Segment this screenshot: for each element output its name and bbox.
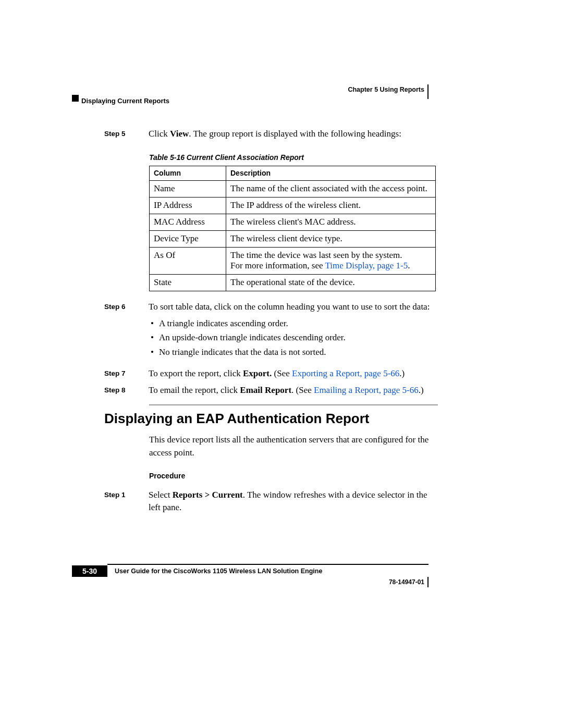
cell-column: IP Address <box>150 197 226 214</box>
table-row: Name The name of the client associated w… <box>150 180 436 197</box>
step-body: Click View. The group report is displaye… <box>149 128 438 141</box>
step-7-row: Step 7 To export the report, click Expor… <box>104 367 438 380</box>
text: The time the device was last seen by the… <box>230 250 431 261</box>
bold-text: Email Report <box>240 385 291 395</box>
cell-description: The name of the client associated with t… <box>226 180 436 197</box>
cell-column: Name <box>150 180 226 197</box>
table-header-description: Description <box>226 166 436 180</box>
header-right-rule <box>427 84 429 99</box>
table-row: IP Address The IP address of the wireles… <box>150 197 436 214</box>
table-row: State The operational state of the devic… <box>150 274 436 291</box>
footer-guide-title: User Guide for the CiscoWorks 1105 Wirel… <box>115 567 322 575</box>
text: To email the report, click <box>149 385 240 395</box>
step-1-row: Step 1 Select Reports > Current. The win… <box>104 489 438 514</box>
step-label: Step 7 <box>104 367 149 380</box>
section-heading: Displaying an EAP Authentication Report <box>104 411 370 427</box>
step-body: To email the report, click Email Report.… <box>149 384 438 397</box>
bullet-list: A triangle indicates ascending order. An… <box>149 316 438 359</box>
footer-right-rule <box>427 577 429 587</box>
step-5-row: Step 5 Click View. The group report is d… <box>104 128 438 141</box>
cell-description: The operational state of the device. <box>226 274 436 291</box>
step-label: Step 1 <box>104 489 149 514</box>
step-label: Step 6 <box>104 301 149 363</box>
list-item: No triangle indicates that the data is n… <box>159 345 438 359</box>
cell-column: As Of <box>150 247 226 274</box>
list-item: A triangle indicates ascending order. <box>159 316 438 330</box>
step-8-row: Step 8 To email the report, click Email … <box>104 384 438 397</box>
document-page: Chapter 5 Using Reports Displaying Curre… <box>0 0 563 728</box>
bold-text: Export. <box>243 368 272 378</box>
step-label: Step 8 <box>104 384 149 397</box>
text: Click <box>149 129 170 139</box>
procedure-label: Procedure <box>149 471 438 481</box>
text: Select <box>149 490 173 500</box>
step-body: Select Reports > Current. The window ref… <box>149 489 438 514</box>
bold-text: Reports > Current <box>173 490 243 500</box>
report-columns-table: Column Description Name The name of the … <box>149 166 436 291</box>
text: To export the report, click <box>149 368 243 378</box>
table-row: Device Type The wireless client device t… <box>150 230 436 247</box>
cross-ref-link[interactable]: Emailing a Report, page 5-66 <box>314 385 419 395</box>
footer-rule <box>107 564 429 565</box>
step-body: To export the report, click Export. (See… <box>149 367 438 380</box>
table-row: MAC Address The wireless client's MAC ad… <box>150 214 436 230</box>
bold-text: View <box>170 129 189 139</box>
text: . (See <box>291 385 314 395</box>
cross-ref-link[interactable]: Time Display, page 1-5 <box>325 261 408 270</box>
step-label: Step 5 <box>104 128 149 141</box>
table-caption: Table 5-16 Current Client Association Re… <box>149 153 438 162</box>
table-row-asof: As Of The time the device was last seen … <box>150 247 436 274</box>
table-header-column: Column <box>150 166 226 180</box>
section-marker-icon <box>72 95 79 102</box>
cell-description: The wireless client device type. <box>226 230 436 247</box>
text: . The group report is displayed with the… <box>189 129 401 139</box>
text: For more information, see <box>230 261 325 270</box>
step-body: To sort table data, click on the column … <box>149 301 438 363</box>
step-6-row: Step 6 To sort table data, click on the … <box>104 301 438 363</box>
cell-description: The wireless client's MAC address. <box>226 214 436 230</box>
cell-column: MAC Address <box>150 214 226 230</box>
cell-column: State <box>150 274 226 291</box>
section-header: Displaying Current Reports <box>81 97 169 105</box>
text: .) <box>419 385 424 395</box>
intro-paragraph: This device report lists all the authent… <box>149 434 438 459</box>
publication-number: 78-14947-01 <box>389 578 424 586</box>
chapter-header: Chapter 5 Using Reports <box>348 86 424 93</box>
text: (See <box>272 368 292 378</box>
page-number-box: 5-30 <box>72 565 107 577</box>
text: To sort table data, click on the column … <box>149 301 438 314</box>
list-item: An upside-down triangle indicates descen… <box>159 330 438 344</box>
section-end-rule <box>149 404 438 405</box>
cell-description: The time the device was last seen by the… <box>226 247 436 274</box>
cell-column: Device Type <box>150 230 226 247</box>
cross-ref-link[interactable]: Exporting a Report, page 5-66 <box>292 368 399 378</box>
text: .) <box>399 368 405 378</box>
text: . <box>408 261 410 270</box>
cell-description: The IP address of the wireless client. <box>226 197 436 214</box>
